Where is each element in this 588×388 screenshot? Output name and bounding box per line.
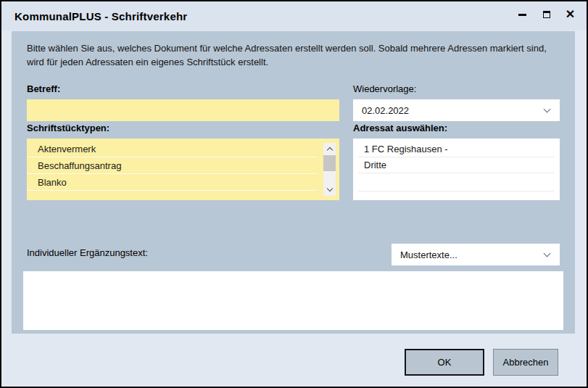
betreff-input[interactable] [27,99,339,121]
wiedervorlage-dropdown[interactable]: 02.02.2022 [353,99,560,121]
wiedervorlage-value: 02.02.2022 [362,105,409,116]
vertical-scrollbar[interactable] [323,143,336,196]
list-item[interactable]: Beschaffungsantrag [27,157,318,174]
mustertexte-value: Mustertexte... [400,249,457,260]
close-button[interactable]: ✕ [558,3,582,26]
chevron-down-icon [544,250,551,257]
close-icon: ✕ [566,9,575,20]
cancel-button[interactable]: Abbrechen [493,349,558,376]
adressat-label: Adressat auswählen: [353,123,447,133]
scroll-up-button[interactable] [323,143,336,154]
window-controls: ✕ [510,3,582,26]
maximize-icon [543,11,550,18]
content-panel: Bitte wählen Sie aus, welches Dokument f… [12,31,575,334]
dialog-window: KommunalPLUS - Schriftverkehr ✕ Bitte wä… [0,0,588,388]
intro-line-1: Bitte wählen Sie aus, welches Dokument f… [27,41,567,55]
scrollbar-thumb[interactable] [323,155,336,171]
titlebar: KommunalPLUS - Schriftverkehr ✕ [1,1,587,30]
ok-button[interactable]: OK [405,349,484,376]
schriftstuecktypen-label: Schriftstücktypen: [27,123,109,133]
minimize-icon [518,14,526,16]
maximize-button[interactable] [534,3,558,26]
schriftstuecktypen-listbox: Aktenvermerk Beschaffungsantrag Blanko [27,139,339,200]
list-item[interactable]: 1 FC Regishausen - [358,141,554,157]
list-item[interactable]: Aktenvermerk [27,141,318,157]
minimize-button[interactable] [510,3,534,26]
wiedervorlage-label: Wiedervorlage: [353,83,416,94]
adressat-listbox: 1 FC Regishausen - Dritte [353,139,560,200]
list-item-empty[interactable] [358,173,554,191]
betreff-label: Betreff: [27,83,60,94]
ergaenzungstext-textarea[interactable] [23,271,563,330]
scroll-down-button[interactable] [323,184,336,196]
list-item[interactable]: Dritte [358,157,554,173]
chevron-down-icon [326,186,332,191]
chevron-down-icon [544,106,551,113]
list-item[interactable]: Blanko [27,174,318,191]
intro-line-2: wird für jeden Adressaten ein eigenes Sc… [27,55,567,69]
ergaenzungstext-label: Individueller Ergänzungstext: [27,247,148,258]
window-title: KommunalPLUS - Schriftverkehr [15,10,187,22]
mustertexte-dropdown[interactable]: Mustertexte... [392,244,560,265]
chevron-up-icon [326,147,332,153]
intro-text: Bitte wählen Sie aus, welches Dokument f… [27,41,567,69]
